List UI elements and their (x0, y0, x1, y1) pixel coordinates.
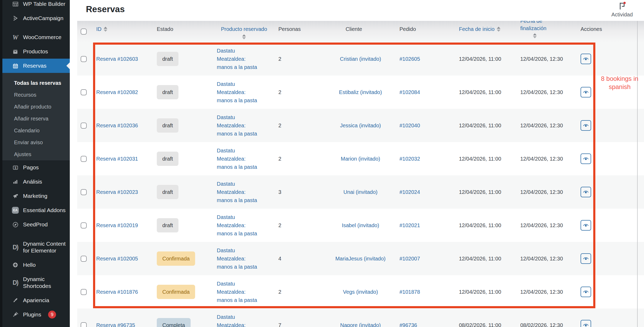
submenu-item-calendario[interactable]: Calendario (2, 125, 70, 137)
order-link[interactable]: #102605 (399, 56, 420, 62)
row-checkbox[interactable] (81, 222, 87, 228)
sidebar-item-seedprod[interactable]: SeedProd (2, 217, 70, 232)
client-link[interactable]: Marion (invitado) (341, 155, 380, 163)
row-checkbox[interactable] (81, 89, 87, 95)
row-checkbox[interactable] (81, 56, 87, 62)
select-all-checkbox[interactable] (81, 29, 87, 35)
column-header-estado: Estado (154, 21, 214, 42)
view-booking-button[interactable] (581, 153, 591, 164)
booking-id-link[interactable]: Reserva #102603 (96, 56, 138, 62)
order-link[interactable]: #102032 (399, 156, 420, 162)
row-checkbox[interactable] (81, 289, 87, 295)
row-checkbox[interactable] (81, 322, 87, 327)
submenu-item-recursos[interactable]: Recursos (2, 89, 70, 101)
product-link[interactable]: Dastatu Meatzaldea: manos a la pasta (217, 313, 262, 327)
sidebar-item-analisis[interactable]: Análisis (2, 175, 70, 189)
sidebar-item-productos[interactable]: Productos (2, 44, 70, 59)
row-checkbox[interactable] (81, 123, 87, 129)
view-booking-button[interactable] (581, 287, 591, 297)
submenu-item-anadir-producto[interactable]: Añadir producto (2, 101, 70, 113)
sidebar-edge (0, 0, 2, 327)
booking-id-link[interactable]: Reserva #102031 (96, 156, 138, 162)
sidebar-item-dynamic-shortcodes[interactable]: D) Dynamic Shortcodes (2, 272, 70, 293)
sidebar-item-reservas[interactable]: Reservas (2, 59, 70, 73)
sidebar-item-apariencia[interactable]: Apariencia (2, 293, 70, 307)
status-badge: draft (157, 52, 178, 66)
row-checkbox[interactable] (81, 256, 87, 262)
start-date: 12/04/2026, 11:00 (459, 256, 501, 262)
activity-button[interactable]: Actividad (602, 1, 642, 18)
order-link[interactable]: #96736 (399, 322, 417, 327)
status-badge: draft (157, 118, 178, 133)
client-link[interactable]: Cristian (invitado) (340, 55, 381, 63)
sidebar-item-marketing[interactable]: Marketing (2, 189, 70, 203)
product-link[interactable]: Dastatu Meatzaldea: manos a la pasta (217, 147, 262, 171)
end-date: 12/04/2026, 12:30 (520, 56, 563, 62)
status-badge: Completa (157, 318, 191, 327)
order-link[interactable]: #102084 (399, 89, 420, 95)
booking-id-link[interactable]: Reserva #102019 (96, 222, 138, 228)
sidebar-item-activecampaign[interactable]: ActiveCampaign (2, 11, 70, 25)
sidebar-item-essential-addons[interactable]: EA Essential Addons (2, 203, 70, 217)
order-link[interactable]: #102024 (399, 189, 420, 195)
submenu-item-ajustes[interactable]: Ajustes (2, 148, 70, 160)
seedprod-icon (11, 222, 19, 228)
client-link[interactable]: Nagore (invitado) (340, 321, 381, 327)
sidebar-item-woocommerce[interactable]: W WooCommerce (2, 30, 70, 44)
booking-id-link[interactable]: Reserva #102005 (96, 256, 138, 262)
client-link[interactable]: Isabel (invitado) (342, 221, 379, 230)
products-icon (11, 49, 19, 54)
submenu-item-enviar-aviso[interactable]: Enviar aviso (2, 137, 70, 148)
view-booking-button[interactable] (581, 187, 591, 197)
row-checkbox[interactable] (81, 189, 87, 195)
booking-id-link[interactable]: Reserva #102036 (96, 123, 138, 129)
booking-id-link[interactable]: Reserva #102082 (96, 89, 138, 95)
view-booking-button[interactable] (581, 220, 591, 231)
client-link[interactable]: Unai (invitado) (343, 188, 378, 196)
booking-id-link[interactable]: Reserva #102023 (96, 189, 138, 195)
booking-id-link[interactable]: Reserva #101876 (96, 289, 138, 295)
product-link[interactable]: Dastatu Meatzaldea: manos a la pasta (217, 180, 262, 204)
row-checkbox[interactable] (81, 156, 87, 162)
sidebar-item-hello[interactable]: Hello (2, 258, 70, 272)
column-header-id[interactable]: ID (94, 21, 154, 42)
sidebar-item-wp-table-builder[interactable]: WP Table Builder (2, 0, 70, 11)
start-date: 12/04/2026, 11:00 (459, 189, 501, 195)
status-badge: Confirmada (157, 251, 195, 266)
submenu-item-anadir-reserva[interactable]: Añadir reserva (2, 113, 70, 125)
column-header-fecha-inicio[interactable]: Fecha de inicio (454, 21, 514, 42)
megaphone-icon (11, 193, 19, 199)
order-link[interactable]: #101878 (399, 289, 420, 295)
column-header-fecha-finalizacion[interactable]: Fecha de finalización (514, 21, 577, 42)
view-booking-button[interactable] (581, 120, 591, 131)
column-header-producto-reservado[interactable]: Producto reservado (214, 21, 274, 42)
view-booking-button[interactable] (581, 54, 591, 64)
order-link[interactable]: #102040 (399, 123, 420, 129)
view-booking-button[interactable] (581, 87, 591, 97)
product-link[interactable]: Dastatu Meatzaldea: manos a la pasta (217, 280, 262, 304)
sidebar-item-dynamic-content-elementor[interactable]: D) Dynamic Content for Elementor (2, 237, 70, 258)
persons-value: 2 (278, 56, 281, 62)
payments-icon: $ (11, 165, 19, 171)
product-link[interactable]: Dastatu Meatzaldea: manos a la pasta (217, 213, 262, 238)
client-link[interactable]: Vegs (invitado) (343, 288, 378, 296)
booking-id-link[interactable]: Reserva #96735 (96, 322, 135, 327)
client-link[interactable]: Estibaliz (invitado) (339, 88, 382, 96)
order-link[interactable]: #102007 (399, 256, 420, 262)
sidebar-item-plugins[interactable]: Plugins 9 (2, 307, 70, 322)
client-link[interactable]: MariaJesus (invitado) (335, 255, 385, 263)
status-badge: draft (157, 218, 178, 232)
client-link[interactable]: Jessica (invitado) (340, 122, 381, 130)
view-booking-button[interactable] (581, 320, 591, 327)
order-link[interactable]: #102021 (399, 222, 420, 228)
product-link[interactable]: Dastatu Meatzaldea: manos a la pasta (217, 47, 262, 71)
essential-addons-icon: EA (11, 207, 19, 214)
submenu-item-todas-las-reservas[interactable]: Todas las reservas (2, 77, 70, 89)
product-link[interactable]: Dastatu Meatzaldea: manos a la pasta (217, 80, 262, 105)
sidebar-item-pagos[interactable]: $ Pagos (2, 160, 70, 175)
product-link[interactable]: Dastatu Meatzaldea: manos a la pasta (217, 246, 262, 271)
product-link[interactable]: Dastatu Meatzaldea: manos a la pasta (217, 113, 262, 138)
admin-sidebar: WP Table Builder ActiveCampaign W WooCom… (0, 0, 70, 327)
eye-icon (583, 157, 589, 161)
view-booking-button[interactable] (581, 253, 591, 264)
